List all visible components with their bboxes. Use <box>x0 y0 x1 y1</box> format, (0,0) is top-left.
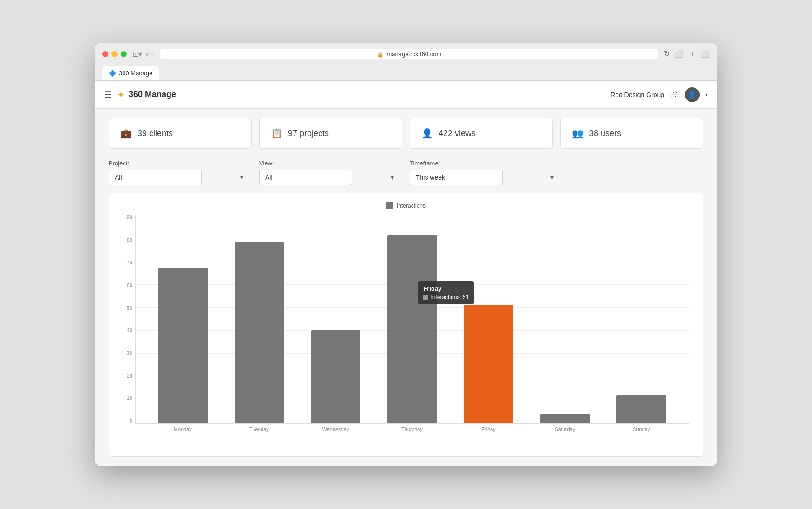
close-button[interactable] <box>102 51 108 57</box>
y-axis-label: 30 <box>127 350 135 356</box>
app-content: ☰ ✦ 360 Manage Red Design Group 🖨 👤 ▾ <box>95 81 717 466</box>
bar-group[interactable] <box>221 215 297 423</box>
project-filter-label: Project: <box>109 160 248 167</box>
new-tab-icon[interactable]: ＋ <box>688 49 696 59</box>
users-value: 38 users <box>589 129 621 138</box>
logo-star-icon: ✦ <box>117 89 125 100</box>
timeframe-select-wrapper: This week <box>410 170 558 185</box>
view-select-wrapper: All <box>259 170 399 185</box>
chart-bar-tuesday[interactable] <box>235 242 284 423</box>
avatar-icon: 👤 <box>688 90 697 99</box>
views-icon: 👤 <box>421 128 433 139</box>
sidebar-icon[interactable]: ⬜ <box>701 49 710 59</box>
views-value: 422 views <box>439 129 476 138</box>
project-filter-group: Project: All <box>109 160 248 185</box>
address-bar[interactable]: 🔒 manage.rcx360.com <box>160 49 658 59</box>
hamburger-icon[interactable]: ☰ <box>104 90 111 100</box>
x-axis-label: Friday <box>450 424 527 437</box>
chart-container: Interactions 9080706050403020100 Friday <box>109 193 703 457</box>
chart-bar-wednesday[interactable] <box>311 330 361 423</box>
chart-area: 9080706050403020100 Friday Interactio <box>118 215 694 437</box>
app-title: 360 Manage <box>129 90 176 99</box>
y-axis-label: 70 <box>127 260 135 265</box>
y-axis-label: 0 <box>130 418 135 424</box>
minimize-button[interactable] <box>111 51 118 57</box>
chart-bar-saturday[interactable] <box>540 414 590 423</box>
tab-favicon: 🔷 <box>109 70 116 77</box>
window-icon[interactable]: ⊡▾ <box>132 50 142 59</box>
project-select[interactable]: All <box>109 170 202 185</box>
lock-icon: 🔒 <box>377 51 384 58</box>
company-name: Red Design Group <box>610 91 664 98</box>
app-header-right: Red Design Group 🖨 👤 ▾ <box>610 87 708 102</box>
users-icon: 👥 <box>572 128 583 139</box>
y-axis-label: 60 <box>127 282 135 288</box>
x-axis-label: Monday <box>144 424 221 437</box>
legend-swatch <box>386 202 393 209</box>
browser-tab-bar: 🔷 360 Manage <box>102 66 710 80</box>
browser-controls: ⊡▾ ‹ › <box>132 50 155 59</box>
timeframe-select[interactable]: This week <box>410 170 503 185</box>
main-content: 💼 39 clients 📋 97 projects 👤 422 views 👥… <box>95 109 717 466</box>
bars-area <box>136 215 689 423</box>
share-icon[interactable]: ⬜ <box>674 49 684 59</box>
y-axis-label: 90 <box>127 215 135 220</box>
stat-card-users[interactable]: 👥 38 users <box>560 118 703 149</box>
y-axis-label: 80 <box>127 237 135 243</box>
x-axis-label: Wednesday <box>297 424 374 437</box>
app-logo: ✦ 360 Manage <box>117 89 176 100</box>
url-text: manage.rcx360.com <box>386 51 441 58</box>
filters-row: Project: All View: All <box>109 160 703 185</box>
y-axis-label: 10 <box>127 395 135 401</box>
x-labels: MondayTuesdayWednesdayThursdayFridaySatu… <box>135 424 689 437</box>
chart-inner: Friday Interactions: 51 <box>135 215 689 424</box>
projects-value: 97 projects <box>288 129 329 138</box>
active-tab[interactable]: 🔷 360 Manage <box>102 66 159 80</box>
bar-group[interactable] <box>145 215 221 423</box>
view-select[interactable]: All <box>259 170 352 185</box>
app-header-left: ☰ ✦ 360 Manage <box>104 89 176 100</box>
stats-row: 💼 39 clients 📋 97 projects 👤 422 views 👥… <box>109 118 703 149</box>
stat-card-views[interactable]: 👤 422 views <box>410 118 553 149</box>
stat-card-clients[interactable]: 💼 39 clients <box>109 118 252 149</box>
bar-group[interactable] <box>298 215 374 423</box>
x-axis-label: Tuesday <box>221 424 298 437</box>
x-axis-label: Saturday <box>527 424 603 437</box>
tab-title: 360 Manage <box>119 70 152 77</box>
bar-group[interactable] <box>374 215 450 423</box>
y-axis: 9080706050403020100 <box>118 215 135 424</box>
account-dropdown-icon[interactable]: ▾ <box>705 91 708 98</box>
browser-actions: ↻ ⬜ ＋ ⬜ <box>664 49 710 59</box>
chart-bar-thursday[interactable] <box>387 235 437 423</box>
clients-icon: 💼 <box>120 128 132 139</box>
timeframe-filter-group: Timeframe: This week <box>410 160 558 185</box>
view-filter-group: View: All <box>259 160 399 185</box>
clients-value: 39 clients <box>138 129 173 138</box>
browser-chrome: ⊡▾ ‹ › 🔒 manage.rcx360.com ↻ ⬜ ＋ ⬜ 🔷 360… <box>95 43 717 81</box>
bar-group[interactable] <box>603 215 680 423</box>
x-axis-label: Thursday <box>374 424 451 437</box>
projects-icon: 📋 <box>271 128 282 139</box>
x-axis-label: Sunday <box>603 424 680 437</box>
forward-button[interactable]: › <box>152 50 154 59</box>
bar-group[interactable] <box>527 215 603 423</box>
avatar[interactable]: 👤 <box>685 87 700 102</box>
chart-bar-friday[interactable] <box>464 305 513 423</box>
y-axis-label: 50 <box>127 305 135 311</box>
browser-window: ⊡▾ ‹ › 🔒 manage.rcx360.com ↻ ⬜ ＋ ⬜ 🔷 360… <box>95 43 717 466</box>
app-header: ☰ ✦ 360 Manage Red Design Group 🖨 👤 ▾ <box>95 81 717 109</box>
maximize-button[interactable] <box>121 51 127 57</box>
notifications-icon[interactable]: 🖨 <box>670 89 679 100</box>
chart-bar-monday[interactable] <box>158 268 208 423</box>
traffic-lights <box>102 51 127 57</box>
legend-label: Interactions <box>397 202 426 209</box>
timeframe-filter-label: Timeframe: <box>410 160 558 167</box>
y-axis-label: 40 <box>127 327 135 333</box>
chart-bar-sunday[interactable] <box>616 395 666 423</box>
bar-group[interactable] <box>451 215 527 423</box>
reload-icon[interactable]: ↻ <box>664 49 670 59</box>
y-axis-label: 20 <box>127 373 135 378</box>
back-button[interactable]: ‹ <box>146 50 148 59</box>
chart-legend: Interactions <box>118 202 694 209</box>
stat-card-projects[interactable]: 📋 97 projects <box>259 118 402 149</box>
